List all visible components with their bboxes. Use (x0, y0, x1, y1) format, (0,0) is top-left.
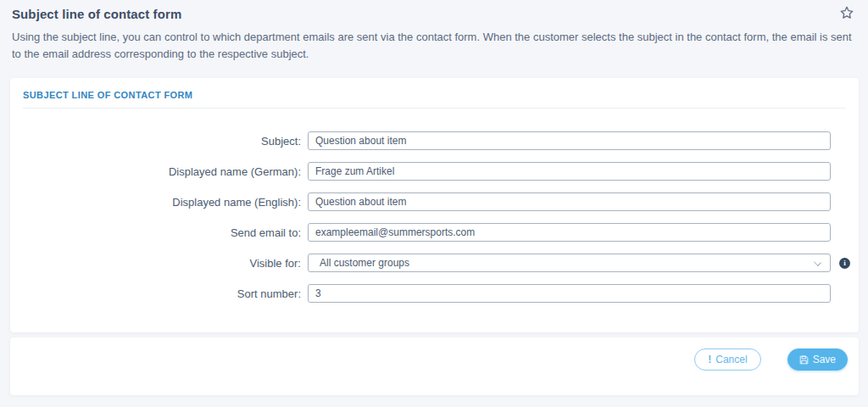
favorite-star-icon[interactable] (839, 5, 854, 20)
footer-buttons: ! Cancel Save (694, 348, 848, 371)
section-title: SUBJECT LINE OF CONTACT FORM (10, 78, 859, 108)
info-icon[interactable]: i (839, 258, 850, 269)
page-title: Subject line of contact form (12, 7, 856, 21)
field-label: Sort number: (10, 287, 308, 300)
field-label: Visible for: (10, 257, 308, 270)
text-input[interactable] (308, 131, 831, 150)
cancel-button[interactable]: ! Cancel (694, 348, 760, 371)
form-row: Displayed name (German): (10, 162, 859, 181)
chevron-down-icon (814, 259, 821, 266)
field-label: Displayed name (German): (10, 165, 308, 178)
text-input[interactable] (308, 192, 831, 211)
footer-toolbar: ! Cancel Save (10, 337, 859, 395)
form-row: Send email to: (10, 223, 859, 242)
page-header: Subject line of contact form Using the s… (12, 7, 856, 63)
field-label: Displayed name (English): (10, 196, 308, 209)
select-dropdown[interactable]: All customer groups (308, 254, 831, 272)
form-row: Subject: (10, 131, 859, 150)
cancel-button-label: Cancel (715, 354, 747, 365)
save-button-label: Save (813, 354, 836, 365)
form-row: Visible for: All customer groups i (10, 254, 859, 272)
field-label: Subject: (10, 135, 308, 148)
page-description: Using the subject line, you can control … (12, 29, 856, 63)
text-input[interactable] (308, 223, 831, 242)
form-row: Displayed name (English): (10, 192, 859, 211)
select-value: All customer groups (320, 257, 409, 269)
form-row: Sort number: (10, 284, 859, 303)
form-rows: Subject: Displayed name (German): Displa… (10, 109, 859, 303)
text-input[interactable] (308, 284, 831, 303)
save-button[interactable]: Save (787, 348, 848, 371)
text-input[interactable] (308, 162, 831, 181)
contact-form-card: SUBJECT LINE OF CONTACT FORM Subject: Di… (10, 78, 859, 332)
field-label: Send email to: (10, 226, 308, 239)
save-icon (799, 355, 809, 365)
cancel-icon: ! (708, 354, 711, 365)
